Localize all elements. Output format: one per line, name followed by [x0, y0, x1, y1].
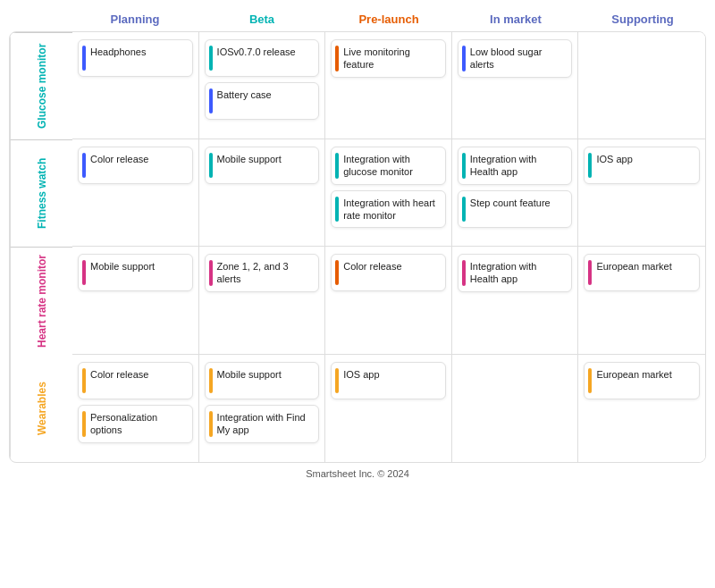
card-accent [462, 197, 466, 222]
col-header-supporting: Supporting [579, 9, 706, 29]
card-text: IOS app [596, 153, 694, 165]
card-item[interactable]: Zone 1, 2, and 3 alerts [205, 254, 320, 292]
card-item[interactable]: Battery case [205, 82, 320, 120]
cell-heart-rate-monitor-prelaunch: Color release [325, 247, 452, 355]
cell-heart-rate-monitor-supporting: European market [578, 247, 705, 355]
cell-wearables-planning: Color releasePersonalization options [72, 355, 199, 462]
card-accent [82, 368, 86, 393]
cell-wearables-beta: Mobile supportIntegration with Find My a… [199, 355, 326, 462]
card-item[interactable]: IOS app [331, 362, 446, 399]
col-header-inmarket: In market [452, 9, 579, 29]
card-text: Integration with Health app [470, 260, 567, 286]
card-text: Color release [90, 153, 187, 165]
card-item[interactable]: Low blood sugar alerts [458, 39, 573, 78]
card-accent [209, 88, 213, 113]
card-item[interactable]: Color release [78, 147, 193, 184]
cell-glucose-monitor-inmarket: Low blood sugar alerts [452, 32, 579, 139]
main-grid: Glucose monitorHeadphonesIOSv0.7.0 relea… [9, 31, 706, 463]
card-text: Integration with heart rate monitor [343, 197, 440, 223]
card-accent [82, 46, 86, 71]
card-text: European market [596, 368, 694, 381]
card-text: Color release [90, 368, 187, 381]
card-accent [209, 368, 213, 393]
card-item[interactable]: Integration with Health app [458, 147, 573, 185]
row-label-fitness-watch: Fitness watch [10, 139, 72, 247]
footer: Smartsheet Inc. © 2024 [9, 468, 706, 479]
card-item[interactable]: Color release [331, 254, 446, 291]
card-item[interactable]: Color release [78, 362, 193, 399]
card-item[interactable]: Step count feature [458, 190, 573, 228]
card-item[interactable]: Integration with Find My app [205, 405, 320, 443]
card-text: Live monitoring feature [343, 46, 440, 71]
card-item[interactable]: Mobile support [78, 254, 193, 291]
card-text: Low blood sugar alerts [470, 46, 567, 71]
kanban-board: PlanningBetaPre-launchIn marketSupportin… [9, 9, 706, 479]
card-item[interactable]: IOSv0.7.0 release [205, 39, 320, 77]
card-item[interactable]: Integration with heart rate monitor [331, 190, 446, 229]
card-accent [209, 153, 213, 178]
card-item[interactable]: Personalization options [78, 405, 193, 443]
col-header-beta: Beta [198, 9, 325, 29]
cell-wearables-supporting: European market [578, 355, 705, 462]
card-text: European market [596, 260, 694, 273]
cell-heart-rate-monitor-inmarket: Integration with Health app [452, 247, 579, 355]
cell-glucose-monitor-planning: Headphones [72, 32, 199, 139]
card-accent [209, 411, 213, 437]
cell-heart-rate-monitor-beta: Zone 1, 2, and 3 alerts [199, 247, 326, 355]
card-accent [588, 368, 592, 393]
card-text: IOS app [343, 368, 440, 381]
card-accent [335, 153, 339, 179]
row-label-wearables: Wearables [10, 355, 72, 462]
card-item[interactable]: Live monitoring feature [331, 39, 446, 78]
card-accent [335, 46, 339, 71]
card-item[interactable]: Integration with glucose monitor [331, 147, 446, 185]
card-accent [209, 46, 213, 71]
card-accent [209, 260, 213, 286]
cell-glucose-monitor-beta: IOSv0.7.0 releaseBattery case [199, 32, 326, 139]
cell-glucose-monitor-supporting [578, 32, 705, 139]
card-item[interactable]: Mobile support [205, 147, 320, 184]
card-item[interactable]: Mobile support [205, 362, 320, 399]
card-text: Integration with Health app [470, 153, 567, 179]
cell-fitness-watch-beta: Mobile support [199, 139, 326, 247]
card-text: Color release [343, 260, 440, 273]
card-text: Integration with glucose monitor [343, 153, 440, 179]
card-accent [462, 46, 466, 71]
card-accent [462, 260, 466, 286]
card-accent [335, 197, 339, 223]
row-label-glucose-monitor: Glucose monitor [10, 32, 72, 139]
card-text: Mobile support [217, 153, 314, 165]
cell-fitness-watch-inmarket: Integration with Health appStep count fe… [452, 139, 579, 247]
cell-heart-rate-monitor-planning: Mobile support [72, 247, 199, 355]
card-item[interactable]: European market [584, 362, 700, 399]
card-text: Personalization options [90, 411, 187, 437]
card-accent [82, 411, 86, 437]
card-accent [462, 153, 466, 179]
card-text: Mobile support [90, 260, 187, 273]
cell-fitness-watch-prelaunch: Integration with glucose monitorIntegrat… [325, 139, 452, 247]
cell-wearables-prelaunch: IOS app [325, 355, 452, 462]
card-accent [588, 260, 592, 285]
cell-glucose-monitor-prelaunch: Live monitoring feature [325, 32, 452, 139]
card-accent [588, 153, 592, 178]
card-accent [82, 153, 86, 178]
cell-fitness-watch-supporting: IOS app [578, 139, 705, 247]
row-label-heart-rate-monitor: Heart rate monitor [10, 247, 72, 355]
col-header-planning: Planning [72, 9, 198, 29]
cell-wearables-inmarket [452, 355, 579, 462]
cell-fitness-watch-planning: Color release [72, 139, 199, 247]
card-text: Zone 1, 2, and 3 alerts [217, 260, 314, 286]
card-text: Battery case [217, 88, 314, 101]
card-text: Step count feature [470, 197, 567, 209]
col-header-prelaunch: Pre-launch [325, 9, 452, 29]
card-item[interactable]: Headphones [78, 39, 193, 77]
card-accent [82, 260, 86, 285]
card-accent [335, 260, 339, 285]
card-item[interactable]: Integration with Health app [458, 254, 573, 292]
card-accent [335, 368, 339, 393]
column-headers: PlanningBetaPre-launchIn marketSupportin… [9, 9, 706, 29]
card-item[interactable]: IOS app [584, 147, 700, 184]
card-item[interactable]: European market [584, 254, 700, 291]
card-text: Integration with Find My app [217, 411, 314, 437]
card-text: Headphones [90, 46, 187, 58]
